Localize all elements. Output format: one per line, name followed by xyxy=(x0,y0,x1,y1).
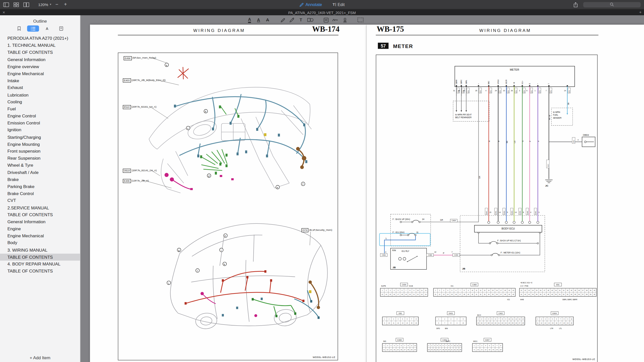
sidebar-tab-thumbnails[interactable] xyxy=(55,25,67,31)
svg-text:16: 16 xyxy=(393,294,395,295)
outline-item[interactable]: Brake Control xyxy=(0,190,80,197)
svg-text:21: 21 xyxy=(435,294,436,295)
outline-item[interactable]: Fuel xyxy=(0,105,80,112)
wb175-diagram: METERSBRRE5131SBRCE5130SBRLE5126+E5125BB… xyxy=(376,55,598,362)
thumbnail-view-button[interactable] xyxy=(14,1,19,8)
outline-item[interactable]: Engine Mechanical xyxy=(0,70,80,77)
svg-text:55: 55 xyxy=(575,294,576,295)
svg-text:14: 14 xyxy=(564,90,566,92)
svg-text:17: 17 xyxy=(439,349,441,350)
svg-text:10: 10 xyxy=(571,318,572,320)
outline-item[interactable]: Engine overview xyxy=(0,63,80,70)
outline-item[interactable]: 1. TECHNICAL MANUAL xyxy=(0,42,80,49)
svg-text:24: 24 xyxy=(425,294,427,295)
outline-item[interactable]: Cooling xyxy=(0,98,80,105)
svg-text:E408: E408 xyxy=(397,339,402,341)
svg-text:4: 4 xyxy=(394,290,394,291)
new-tab-icon[interactable]: + xyxy=(639,10,642,14)
outline-item[interactable]: Front suspension xyxy=(0,148,80,155)
signature-tool-button[interactable] xyxy=(332,17,338,23)
svg-text:3: 3 xyxy=(391,345,391,346)
outline-item[interactable]: Driveshaft / Axle xyxy=(0,169,80,176)
svg-text:BE: BE xyxy=(506,141,508,143)
share-button[interactable] xyxy=(573,1,578,8)
outline-item[interactable]: TABLE OF CONTENTS xyxy=(0,268,80,275)
svg-text:9: 9 xyxy=(505,318,506,320)
text-tool-button[interactable]: T xyxy=(298,17,303,23)
svg-text:14: 14 xyxy=(488,290,490,291)
underline-tool-button[interactable]: A xyxy=(256,17,261,23)
sketch-tool-button[interactable] xyxy=(280,17,285,23)
outline-item[interactable]: 4. BODY REPAIR MANUAL xyxy=(0,261,80,268)
svg-text:E51: E51 xyxy=(539,90,541,93)
zoom-in-button[interactable]: + xyxy=(62,2,69,7)
search-input[interactable] xyxy=(583,2,641,7)
outline-item[interactable]: Body xyxy=(0,240,80,247)
outline-item[interactable]: General Information xyxy=(0,56,80,63)
wb174-diagram: E456(5P,Sec_Horn_Relay)E403(28P,To_J/B_M… xyxy=(118,53,338,360)
outline-item[interactable]: Engine Control xyxy=(0,112,80,119)
outline-item[interactable]: Emission Control xyxy=(0,120,80,127)
svg-text:4: 4 xyxy=(485,345,486,346)
outline-item[interactable]: TABLE OF CONTENTS xyxy=(0,211,80,218)
svg-text:E404: E404 xyxy=(552,312,557,314)
add-item-button[interactable]: + Add Item xyxy=(0,355,80,360)
sidebar-tab-bookmarks[interactable] xyxy=(13,25,25,31)
svg-text:18: 18 xyxy=(488,322,489,324)
svg-text:31: 31 xyxy=(453,90,455,92)
strikethrough-tool-button[interactable]: A xyxy=(265,17,270,23)
selection-tool-button[interactable] xyxy=(357,17,364,23)
sidebar-tab-outline[interactable] xyxy=(27,25,39,31)
svg-text:SBRL SBRC SBRR: SBRL SBRC SBRR xyxy=(562,299,577,300)
svg-text:2: 2 xyxy=(387,345,388,346)
outline-item[interactable]: 2.SERVICE MANUAL xyxy=(0,204,80,211)
svg-text:10: 10 xyxy=(454,345,455,346)
svg-text:10: 10 xyxy=(417,290,419,291)
outline-item[interactable]: Wheel & Tyre xyxy=(0,162,80,169)
svg-text:E407: E407 xyxy=(486,211,487,214)
annotate-mode-button[interactable]: Annotate xyxy=(299,2,322,7)
outline-item[interactable]: PERODUA ATIVA A270 (2021+) xyxy=(0,35,80,42)
two-page-view-button[interactable] xyxy=(23,1,29,8)
close-tab-icon[interactable]: ✕ xyxy=(3,11,5,14)
outline-item[interactable]: Starting/Charging xyxy=(0,134,80,141)
outline-item[interactable]: TABLE OF CONTENTS xyxy=(0,254,80,261)
outline-item[interactable]: Engine Mounting xyxy=(0,141,80,148)
outline-item[interactable]: TABLE OF CONTENTS xyxy=(0,49,80,56)
outline-item[interactable]: Lubrication xyxy=(0,91,80,98)
outline-item[interactable]: Intake xyxy=(0,77,80,84)
svg-text:IG1 RLY: IG1 RLY xyxy=(401,250,409,252)
svg-text:23: 23 xyxy=(528,290,530,291)
sidebar-toggle-button[interactable] xyxy=(3,1,9,8)
stamp-tool-button[interactable] xyxy=(342,17,347,23)
outline-item[interactable]: Engine Mechanical xyxy=(0,232,80,239)
outline-item[interactable]: General Information xyxy=(0,218,80,225)
svg-text:14: 14 xyxy=(431,349,432,350)
outline-item[interactable]: Brake xyxy=(0,176,80,183)
svg-text:8: 8 xyxy=(502,318,503,320)
outline-item[interactable]: Rear Suspension xyxy=(0,155,80,162)
zoom-level[interactable]: 120% xyxy=(38,2,48,7)
outline-item[interactable]: 3. WIRING MANUAL xyxy=(0,247,80,254)
svg-text:P: P xyxy=(443,252,444,254)
svg-text:12: 12 xyxy=(425,290,427,291)
svg-text:18: 18 xyxy=(408,349,409,350)
note-tool-button[interactable] xyxy=(323,17,329,23)
document-tab-title[interactable]: PA_ATIVA_A270_1KR-VET_2021+_FSM xyxy=(288,11,356,15)
outline-item[interactable]: Engine xyxy=(0,225,80,232)
chevron-down-icon[interactable]: ▾ xyxy=(50,3,51,6)
svg-text:10: 10 xyxy=(462,322,464,324)
shapes-tool-button[interactable] xyxy=(307,17,313,23)
svg-text:23: 23 xyxy=(457,349,458,350)
svg-text:GR: GR xyxy=(440,219,443,221)
outline-item[interactable]: Parking Brake xyxy=(0,183,80,190)
edit-mode-button[interactable]: T Edit xyxy=(333,2,345,7)
outline-item[interactable]: Ignition xyxy=(0,127,80,134)
highlight-tool-button[interactable]: A xyxy=(247,17,252,23)
marker-tool-button[interactable] xyxy=(289,17,294,23)
outline-item[interactable]: CVT xyxy=(0,197,80,204)
sidebar-tab-annotations[interactable]: A xyxy=(41,25,53,31)
zoom-out-button[interactable]: − xyxy=(54,2,60,7)
svg-text:16: 16 xyxy=(400,349,402,350)
outline-item[interactable]: Exhaust xyxy=(0,84,80,91)
